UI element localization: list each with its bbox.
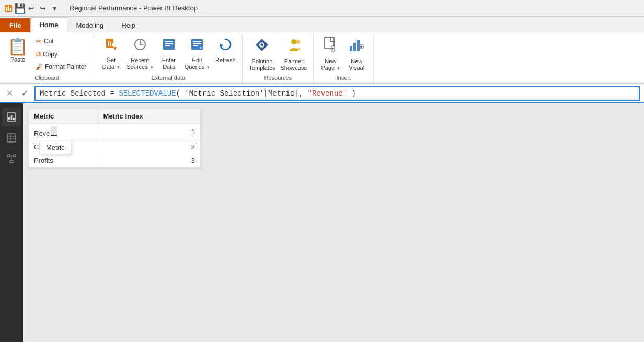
formula-function: SELECTEDVALUE (119, 89, 176, 98)
svg-marker-8 (113, 47, 117, 50)
sidebar-model-icon[interactable] (2, 149, 21, 168)
svg-rect-36 (8, 117, 10, 120)
svg-point-24 (296, 40, 300, 44)
resources-group: SolutionTemplates PartnerShowcase Resour… (243, 34, 314, 83)
tab-help[interactable]: Help (112, 18, 144, 32)
copy-icon: ⧉ (36, 50, 41, 58)
new-page-button[interactable]: NewPage ▾ (318, 36, 343, 73)
format-painter-button[interactable]: 🖌 Format Painter (32, 61, 89, 73)
resources-content: SolutionTemplates PartnerShowcase (247, 36, 309, 73)
svg-rect-2 (8, 5, 9, 11)
formula-default-value: "Revenue" (308, 89, 348, 98)
revenue-cell: Reve Metric (34, 126, 57, 137)
new-visual-button[interactable]: NewVisual (344, 36, 369, 73)
insert-group: NewPage ▾ NewVisual Insert (314, 34, 374, 83)
content-area: Metric Metric Index Reve Metric 1 Costs (23, 103, 644, 342)
svg-rect-7 (112, 43, 113, 46)
insert-content: NewPage ▾ NewVisual (318, 36, 369, 73)
solution-templates-button[interactable]: SolutionTemplates (247, 36, 277, 73)
recent-sources-button[interactable]: RecentSources ▾ (124, 36, 155, 72)
partner-showcase-label: PartnerShowcase (281, 58, 307, 72)
svg-rect-16 (193, 43, 201, 44)
format-painter-label: Format Painter (45, 63, 86, 70)
refresh-icon (217, 37, 233, 56)
external-data-group-label: External data (151, 75, 185, 82)
undo-icon[interactable]: ↩ (27, 4, 36, 13)
cursor (51, 126, 57, 136)
insert-group-label: Insert (337, 75, 351, 82)
svg-rect-13 (165, 45, 170, 46)
tab-modeling[interactable]: Modeling (67, 18, 113, 32)
paste-button[interactable]: 📋 Paste (4, 36, 31, 64)
formula-open: ( (176, 89, 185, 98)
cell-index-1: 2 (98, 140, 200, 154)
formula-cancel-button[interactable]: ✕ (4, 87, 15, 99)
svg-rect-6 (110, 42, 111, 46)
enter-data-icon (161, 37, 177, 56)
copy-label: Copy (43, 51, 58, 58)
svg-rect-17 (193, 45, 198, 46)
copy-button[interactable]: ⧉ Copy (32, 48, 89, 60)
resources-group-label: Resources (264, 75, 292, 82)
recent-sources-icon (132, 37, 148, 56)
data-table: Metric Metric Index Reve Metric 1 Costs (28, 109, 201, 168)
paste-icon: 📋 (7, 37, 28, 56)
sidebar-data-icon[interactable] (2, 128, 21, 147)
title-separator (67, 4, 67, 13)
svg-rect-12 (165, 43, 173, 44)
solution-templates-icon (254, 37, 270, 57)
svg-rect-15 (193, 41, 201, 42)
get-data-icon (103, 37, 119, 56)
svg-rect-37 (11, 115, 13, 120)
ribbon-tabs: File Home Modeling Help (0, 17, 644, 32)
cell-metric-2: Profits (29, 154, 98, 168)
svg-rect-4 (106, 39, 113, 48)
ribbon: 📋 Paste ✂ Cut ⧉ Copy 🖌 Format Painter C (0, 32, 644, 84)
customize-icon[interactable]: ▾ (50, 4, 59, 13)
svg-rect-43 (7, 155, 10, 157)
get-data-label: GetData ▾ (102, 57, 120, 70)
clipboard-group: 📋 Paste ✂ Cut ⧉ Copy 🖌 Format Painter C (0, 34, 94, 83)
app-logo-icon (4, 4, 13, 13)
cut-button[interactable]: ✂ Cut (32, 36, 89, 47)
cut-label: Cut (44, 38, 54, 45)
redo-icon[interactable]: ↪ (39, 4, 47, 13)
column-metric: Metric (29, 109, 98, 124)
cell-index-0: 1 (98, 124, 200, 140)
revenue-text: Reve (34, 129, 50, 137)
svg-rect-1 (6, 7, 7, 11)
recent-sources-label: RecentSources ▾ (126, 57, 153, 70)
svg-rect-5 (108, 41, 109, 46)
clipboard-group-label: Clipboard (34, 75, 59, 82)
enter-data-button[interactable]: EnterData (156, 36, 181, 72)
svg-rect-29 (350, 46, 352, 51)
sidebar-report-icon[interactable] (2, 108, 21, 126)
metric-tooltip: Metric (39, 141, 71, 154)
svg-rect-31 (357, 40, 360, 51)
svg-rect-39 (7, 134, 16, 142)
table-row: Reve Metric 1 (29, 124, 201, 140)
refresh-label: Refresh (215, 57, 236, 64)
partner-showcase-button[interactable]: PartnerShowcase (279, 36, 309, 73)
svg-rect-11 (165, 41, 173, 42)
solution-templates-label: SolutionTemplates (249, 58, 275, 72)
svg-rect-30 (353, 43, 356, 51)
save-icon[interactable]: 💾 (16, 4, 24, 13)
tab-home[interactable]: Home (30, 17, 67, 32)
edit-queries-button[interactable]: EditQueries ▾ (182, 36, 212, 72)
cell-index-2: 3 (98, 154, 200, 168)
svg-rect-44 (13, 155, 16, 157)
edit-queries-label: EditQueries ▾ (185, 57, 210, 70)
svg-rect-38 (13, 118, 15, 120)
svg-point-23 (291, 39, 296, 44)
tab-file[interactable]: File (0, 18, 30, 32)
new-page-icon (323, 37, 338, 57)
refresh-button[interactable]: Refresh (213, 36, 238, 65)
svg-marker-21 (220, 44, 223, 47)
external-data-content: GetData ▾ RecentSources ▾ (98, 36, 238, 73)
svg-rect-3 (10, 8, 12, 11)
formula-confirm-button[interactable]: ✓ (19, 87, 30, 99)
get-data-button[interactable]: GetData ▾ (98, 36, 123, 72)
partner-showcase-icon (285, 37, 302, 57)
formula-input[interactable]: Metric Selected = SELECTEDVALUE( 'Metric… (34, 86, 640, 101)
